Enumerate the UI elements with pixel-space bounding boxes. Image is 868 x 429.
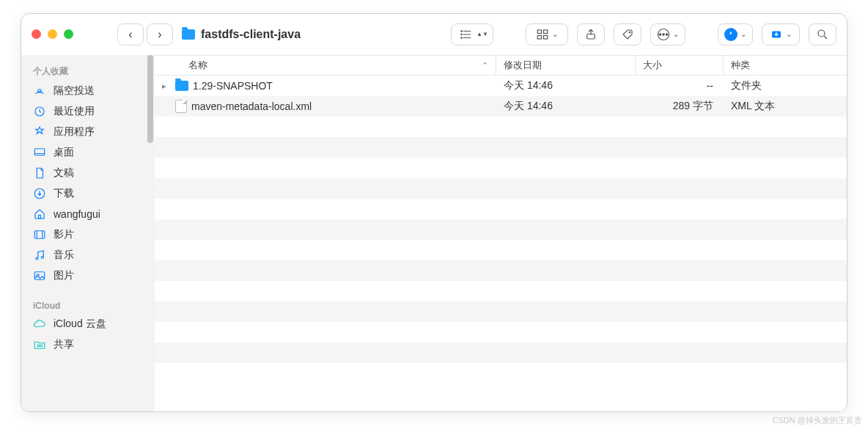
finder-window: ‹ › fastdfs-client-java ▲▼ ⌄ [21, 13, 847, 412]
sidebar-item-desktop[interactable]: 桌面 [21, 142, 155, 163]
movies-icon [33, 228, 46, 241]
column-header-date[interactable]: 修改日期 [496, 56, 636, 75]
empty-row [155, 342, 847, 363]
title-text: fastdfs-client-java [201, 28, 301, 41]
folder-icon [175, 81, 188, 91]
sidebar-item-documents[interactable]: 文稿 [21, 163, 155, 183]
svg-point-28 [36, 257, 38, 260]
sidebar-item-home[interactable]: wangfugui [21, 204, 155, 224]
nav-buttons: ‹ › [117, 23, 173, 45]
svg-point-33 [40, 345, 43, 347]
sidebar-item-label: wangfugui [54, 208, 100, 220]
applications-icon [33, 125, 46, 139]
compass-icon [727, 31, 735, 38]
home-icon [33, 208, 46, 221]
svg-point-14 [666, 33, 667, 34]
column-header-size[interactable]: 大小 [636, 56, 724, 75]
sidebar-item-label: 应用程序 [54, 125, 95, 139]
desktop-icon [33, 146, 46, 159]
chevron-down-icon: ⌄ [673, 30, 679, 38]
svg-rect-8 [537, 35, 541, 39]
sync-button[interactable]: ⌄ [718, 23, 753, 45]
download-tray-icon [770, 28, 783, 41]
empty-row [155, 199, 847, 219]
empty-row [155, 260, 847, 281]
download-icon [33, 187, 46, 200]
chevron-down-icon: ⌄ [786, 30, 792, 38]
tags-button[interactable] [614, 23, 641, 45]
watermark: CSDN @掉头发的王富贵 [773, 415, 862, 426]
table-row[interactable]: maven-metadata-local.xml今天 14:46289 字节XM… [155, 96, 847, 117]
back-button[interactable]: ‹ [117, 23, 144, 45]
actions-button[interactable]: ⌄ [650, 23, 685, 45]
pictures-icon [33, 269, 46, 282]
empty-row [155, 178, 847, 199]
disclosure-triangle[interactable]: ▸ [162, 81, 171, 91]
minimize-button[interactable] [48, 29, 57, 39]
sidebar-item-shared[interactable]: 共享 [21, 334, 155, 355]
document-icon [33, 166, 46, 180]
share-button[interactable] [577, 23, 605, 45]
sort-caret-icon: ⌃ [482, 61, 488, 70]
cloud-icon [33, 318, 46, 331]
table-row[interactable]: ▸1.29-SNAPSHOT今天 14:46--文件夹 [155, 76, 847, 96]
empty-row [155, 281, 847, 301]
window-controls [32, 29, 73, 39]
sidebar-item-music[interactable]: 音乐 [21, 245, 155, 265]
svg-rect-9 [544, 35, 548, 39]
sidebar-item-label: 共享 [54, 338, 74, 351]
file-date: 今天 14:46 [496, 76, 636, 96]
clock-icon [33, 105, 46, 118]
svg-point-13 [663, 33, 664, 34]
group-button[interactable]: ⌄ [526, 23, 568, 45]
sidebar-item-label: 下载 [54, 187, 74, 200]
view-mode-button[interactable]: ▲▼ [451, 23, 493, 45]
empty-row [155, 158, 847, 178]
sidebar: 个人收藏 隔空投送 最近使用 应用程序 桌面 文稿 下载 wangfugui 影… [21, 55, 155, 411]
svg-rect-21 [34, 149, 45, 155]
svg-point-3 [461, 30, 463, 32]
close-button[interactable] [32, 29, 41, 39]
sidebar-item-icloud-drive[interactable]: iCloud 云盘 [21, 314, 155, 334]
sidebar-item-downloads[interactable]: 下载 [21, 183, 155, 204]
file-list-area: 名称⌃ 修改日期 大小 种类 ▸1.29-SNAPSHOT今天 14:46--文… [155, 55, 847, 411]
svg-point-29 [41, 257, 43, 259]
sidebar-item-label: 影片 [54, 228, 74, 241]
downloads-button[interactable]: ⌄ [762, 23, 800, 45]
sidebar-item-label: iCloud 云盘 [54, 318, 106, 331]
file-name: maven-metadata-local.xml [191, 100, 312, 112]
empty-row [155, 137, 847, 158]
sidebar-item-label: 音乐 [54, 249, 74, 262]
column-header-kind[interactable]: 种类 [724, 56, 847, 75]
svg-point-11 [629, 32, 630, 33]
file-name: 1.29-SNAPSHOT [193, 80, 273, 92]
ellipsis-icon [657, 28, 670, 41]
sidebar-section-favorites: 个人收藏 [21, 61, 155, 81]
chevron-down-icon: ⌄ [740, 30, 746, 38]
sidebar-scrollbar[interactable] [146, 55, 155, 411]
file-date: 今天 14:46 [496, 96, 636, 117]
sidebar-item-recents[interactable]: 最近使用 [21, 101, 155, 122]
sidebar-section-icloud: iCloud [21, 296, 155, 314]
forward-button[interactable]: › [147, 23, 173, 45]
svg-point-4 [461, 34, 463, 35]
sidebar-item-pictures[interactable]: 图片 [21, 265, 155, 286]
sidebar-item-label: 文稿 [54, 166, 74, 180]
airdrop-icon [33, 84, 46, 98]
search-button[interactable] [809, 23, 836, 45]
empty-row [155, 240, 847, 260]
folder-icon [182, 29, 195, 40]
file-icon [175, 100, 187, 113]
updown-icon: ▲▼ [477, 32, 484, 37]
scrollbar-thumb[interactable] [147, 55, 153, 143]
zoom-button[interactable] [64, 29, 73, 39]
column-header-name[interactable]: 名称⌃ [155, 56, 496, 75]
sidebar-item-movies[interactable]: 影片 [21, 224, 155, 245]
svg-point-17 [818, 30, 825, 37]
svg-line-18 [824, 36, 827, 39]
column-headers: 名称⌃ 修改日期 大小 种类 [155, 55, 847, 76]
empty-row [155, 363, 847, 384]
sidebar-item-airdrop[interactable]: 隔空投送 [21, 81, 155, 101]
sidebar-item-applications[interactable]: 应用程序 [21, 122, 155, 142]
file-size: -- [636, 76, 724, 96]
